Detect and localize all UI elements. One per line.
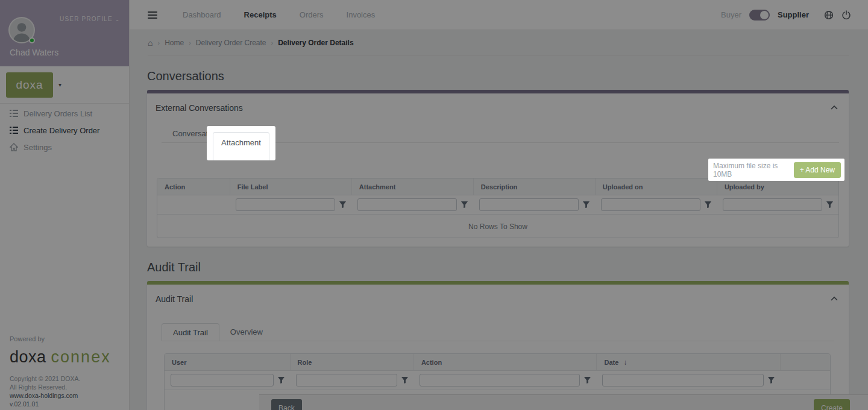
spotlight-attachment-tab: Attachment — [207, 126, 275, 160]
spotlight-add-new: Maximum file size is 10MB + Add New — [708, 159, 844, 181]
max-file-size-note: Maximum file size is 10MB — [713, 162, 794, 178]
tutorial-dim-overlay — [0, 0, 868, 410]
tab-attachment[interactable]: Attachment — [213, 132, 269, 160]
add-new-button[interactable]: + Add New — [794, 162, 841, 178]
